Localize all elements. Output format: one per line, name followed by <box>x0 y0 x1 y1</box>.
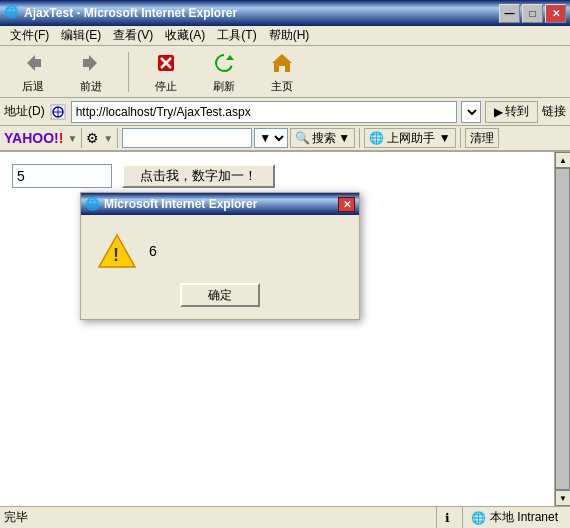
back-icon <box>19 49 47 77</box>
status-bar: 完毕 ℹ 🌐 本地 Intranet <box>0 506 570 528</box>
search-icon: 🔍 <box>295 131 310 145</box>
close-button[interactable]: ✕ <box>545 4 566 23</box>
refresh-button[interactable]: 刷新 <box>199 47 249 96</box>
home-icon <box>268 49 296 77</box>
dialog-ok-button[interactable]: 确定 <box>180 283 260 307</box>
status-security-section: ℹ <box>436 507 458 528</box>
svg-marker-0 <box>27 55 35 71</box>
scroll-up-button[interactable]: ▲ <box>555 152 570 168</box>
go-label: 转到 <box>505 103 529 120</box>
scroll-down-button[interactable]: ▼ <box>555 490 570 506</box>
address-label: 地址(D) <box>4 103 45 120</box>
search-label: 搜索 <box>312 130 336 147</box>
toolbar: 后退 前进 停止 刷新 <box>0 46 570 98</box>
go-button[interactable]: ▶ 转到 <box>485 101 538 123</box>
yahoo-gear-arrow[interactable]: ▼ <box>103 133 113 144</box>
yahoo-logo: YAHOO!! <box>4 130 63 146</box>
stop-label: 停止 <box>155 79 177 94</box>
address-bar: 地址(D) ▼ ▶ 转到 链接 <box>0 98 570 126</box>
content-inner: 点击我，数字加一！ <box>12 164 542 188</box>
svg-marker-2 <box>89 55 97 71</box>
status-zone-section: 🌐 本地 Intranet <box>462 507 566 528</box>
dialog-title-bar: 🌐 Microsoft Internet Explorer ✕ <box>81 193 359 215</box>
help-arrow: ▼ <box>439 131 451 145</box>
browser-icon: 🌐 <box>4 5 20 21</box>
dialog-icon: 🌐 <box>85 197 100 211</box>
forward-icon <box>77 49 105 77</box>
yahoo-dropdown-arrow[interactable]: ▼ <box>67 133 77 144</box>
toolbar-separator-1 <box>128 52 129 92</box>
dialog-box: 🌐 Microsoft Internet Explorer ✕ ! 6 确定 <box>80 192 360 320</box>
dialog-body: ! 6 确定 <box>81 215 359 319</box>
address-dropdown[interactable]: ▼ <box>461 101 481 123</box>
page-area: 点击我，数字加一！ 🌐 Microsoft Internet Explorer … <box>0 152 554 506</box>
back-button[interactable]: 后退 <box>8 47 58 96</box>
address-input-wrap[interactable] <box>71 101 457 123</box>
back-label: 后退 <box>22 79 44 94</box>
menu-favorites[interactable]: 收藏(A) <box>159 25 211 46</box>
yahoo-separator-1 <box>81 128 82 148</box>
stop-icon <box>152 49 180 77</box>
yahoo-bar: YAHOO!! ▼ ⚙ ▼ ▼ 🔍 搜索 ▼ 🌐 上网助手 ▼ 清理 <box>0 126 570 152</box>
svg-marker-7 <box>226 55 234 60</box>
menu-file[interactable]: 文件(F) <box>4 25 55 46</box>
info-icon: ℹ <box>445 511 450 525</box>
menu-bar: 文件(F) 编辑(E) 查看(V) 收藏(A) 工具(T) 帮助(H) <box>0 26 570 46</box>
yahoo-separator-2 <box>117 128 118 148</box>
home-button[interactable]: 主页 <box>257 47 307 96</box>
svg-text:!: ! <box>113 245 119 265</box>
refresh-icon <box>210 49 238 77</box>
yahoo-gear-icon[interactable]: ⚙ <box>86 130 99 146</box>
menu-tools[interactable]: 工具(T) <box>211 25 262 46</box>
window-controls: — □ ✕ <box>499 4 566 23</box>
status-text: 完毕 <box>4 509 432 526</box>
stop-button[interactable]: 停止 <box>141 47 191 96</box>
refresh-label: 刷新 <box>213 79 235 94</box>
dialog-message: 6 <box>149 243 157 259</box>
yahoo-clear-button[interactable]: 清理 <box>465 128 499 148</box>
number-input[interactable] <box>12 164 112 188</box>
help-icon: 🌐 <box>369 131 384 145</box>
scroll-thumb[interactable] <box>555 168 570 490</box>
yahoo-search-wrap: ▼ 🔍 搜索 ▼ <box>122 128 355 148</box>
dialog-content: ! 6 <box>97 231 343 271</box>
links-label: 链接 <box>542 103 566 120</box>
yahoo-separator-4 <box>460 128 461 148</box>
yahoo-help-button[interactable]: 🌐 上网助手 ▼ <box>364 128 456 148</box>
svg-marker-8 <box>272 54 292 72</box>
zone-label: 本地 Intranet <box>490 509 558 526</box>
search-arrow: ▼ <box>338 131 350 145</box>
forward-button[interactable]: 前进 <box>66 47 116 96</box>
window-title: AjaxTest - Microsoft Internet Explorer <box>24 6 499 20</box>
menu-edit[interactable]: 编辑(E) <box>55 25 107 46</box>
scrollbar[interactable]: ▲ ▼ <box>554 152 570 506</box>
dialog-title-text: Microsoft Internet Explorer <box>104 197 338 211</box>
svg-rect-3 <box>83 59 89 67</box>
home-label: 主页 <box>271 79 293 94</box>
main-content: 点击我，数字加一！ 🌐 Microsoft Internet Explorer … <box>0 152 570 506</box>
yahoo-search-input[interactable] <box>122 128 252 148</box>
svg-rect-1 <box>35 59 41 67</box>
zone-icon: 🌐 <box>471 511 486 525</box>
yahoo-search-button[interactable]: 🔍 搜索 ▼ <box>290 128 355 148</box>
maximize-button[interactable]: □ <box>522 4 543 23</box>
increment-button[interactable]: 点击我，数字加一！ <box>122 164 275 188</box>
page-icon <box>49 103 67 121</box>
menu-view[interactable]: 查看(V) <box>107 25 159 46</box>
warning-icon: ! <box>97 231 137 271</box>
menu-help[interactable]: 帮助(H) <box>263 25 316 46</box>
yahoo-search-type-dropdown[interactable]: ▼ <box>254 128 288 148</box>
go-icon: ▶ <box>494 105 503 119</box>
dialog-close-button[interactable]: ✕ <box>338 197 355 212</box>
clear-label: 清理 <box>470 131 494 145</box>
yahoo-separator-3 <box>359 128 360 148</box>
title-bar: 🌐 AjaxTest - Microsoft Internet Explorer… <box>0 0 570 26</box>
minimize-button[interactable]: — <box>499 4 520 23</box>
address-input[interactable] <box>76 105 452 119</box>
forward-label: 前进 <box>80 79 102 94</box>
